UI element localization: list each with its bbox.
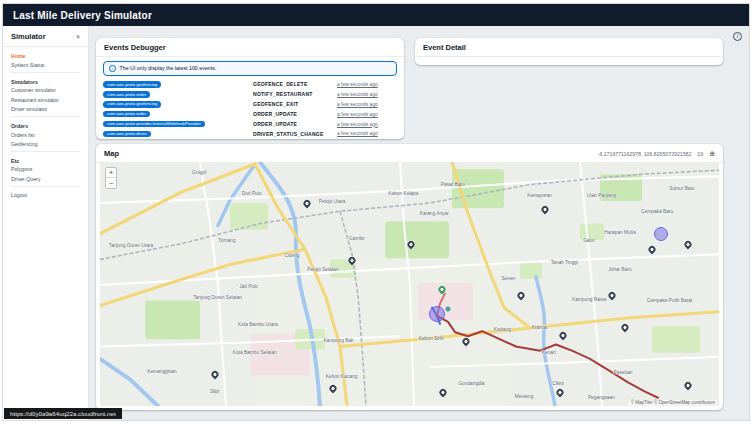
event-time[interactable]: a few seconds ago	[337, 92, 397, 97]
event-type: ORDER_UPDATE	[253, 121, 337, 127]
status-url: https://d0y0a9a64uq22a.cloudfront.net	[4, 408, 122, 419]
info-icon: i	[109, 65, 116, 72]
sidebar-item-driver-query[interactable]: Driver Query	[3, 174, 88, 183]
map-label: Pegangsaan	[588, 395, 615, 400]
event-topic-badge: com.aws.proto.order	[103, 91, 150, 98]
sidebar-section-simulators: Simulators	[3, 76, 88, 86]
map-circle[interactable]	[429, 306, 445, 322]
event-topic-badge: com.aws.proto.order	[103, 111, 150, 118]
event-detail-panel: Event Detail	[415, 38, 723, 65]
map-zoom-control: + −	[105, 167, 117, 189]
zoom-in-button[interactable]: +	[106, 168, 116, 178]
sidebar-title: Simulator	[11, 32, 46, 41]
page-info-icon[interactable]: i	[733, 32, 742, 41]
sidebar-nav: HomeSystem StatusSimulatorsCustomer simu…	[3, 47, 88, 203]
event-time[interactable]: a few seconds ago	[337, 112, 397, 117]
map-label: Cempaka Baru	[641, 208, 673, 213]
map-label: Kebon Kelapa	[388, 190, 418, 195]
sidebar-item-polygons[interactable]: Polygons	[3, 165, 88, 174]
event-row: com.aws.proto.provider.InternalWebhookPr…	[103, 119, 397, 129]
map-label: Tanjung Duren Utara	[109, 242, 153, 247]
event-time[interactable]: a few seconds ago	[337, 131, 397, 136]
map-coordinates-group: -6.1716771162978, 106.8265072921582 19 ⊕	[598, 150, 715, 157]
event-type: ORDER_UPDATE	[253, 111, 337, 117]
sidebar-item-home[interactable]: Home	[3, 51, 88, 60]
map-label: Petojo Selatan	[307, 267, 338, 272]
event-time[interactable]: a few seconds ago	[337, 102, 397, 107]
app-window: Last Mile Delivery Simulator i Simulator…	[3, 4, 749, 420]
map-label: Tanjung Duren Selatan	[193, 295, 242, 300]
map-attribution: © MapTiler © OpenStreetMap contributors	[629, 400, 717, 405]
sidebar-header: Simulator ×	[3, 26, 88, 47]
event-type: GEOFENCE_EXIT	[253, 101, 337, 107]
sidebar-item-restaurant-simulator[interactable]: Restaurant simulator	[3, 95, 88, 104]
event-topic-badge: com.aws.proto.provider.InternalWebhookPr…	[103, 121, 205, 128]
map-label: Kampung Bali	[323, 338, 353, 343]
event-type: NOTIFY_RESTAURANT	[253, 91, 337, 97]
events-list: com.aws.proto.geofencingGEOFENCE_DELETEa…	[103, 80, 397, 139]
events-debugger-content: i The UI only display the latest 100 eve…	[96, 57, 404, 139]
map-canvas[interactable]: + − © MapTiler © OpenStreetMap contribut…	[100, 162, 719, 406]
map-label: Galur	[583, 238, 595, 243]
locate-icon[interactable]: ⊕	[709, 150, 715, 157]
map-label: Kwitang	[494, 327, 511, 332]
event-topic-badge: com.aws.proto.geofencing	[103, 81, 161, 88]
map-label: Cikini	[552, 380, 564, 385]
map-label: Kebon Sirih	[419, 335, 444, 340]
event-detail-header: Event Detail	[415, 38, 723, 57]
map-label: Karang Anyar	[420, 211, 449, 216]
map-label: Pasar Baru	[441, 181, 465, 186]
sidebar-close-icon[interactable]: ×	[76, 34, 80, 40]
map-title: Map	[104, 149, 119, 158]
map-coordinates: -6.1716771162978, 106.8265072921582	[598, 151, 692, 157]
info-banner: i The UI only display the latest 100 eve…	[103, 61, 397, 76]
map-label: Jati Pulo	[239, 284, 257, 289]
sidebar-section-etc: Etc	[3, 155, 88, 165]
map-circle[interactable]	[654, 227, 668, 241]
map-label: Cideng	[284, 252, 299, 257]
app-header: Last Mile Delivery Simulator	[3, 4, 749, 26]
sidebar-item-driver-simulator[interactable]: Driver simulator	[3, 104, 88, 113]
event-time[interactable]: a few seconds ago	[337, 122, 397, 127]
map-header: Map -6.1716771162978, 106.8265072921582 …	[96, 144, 723, 163]
info-banner-text: The UI only display the latest 100 event…	[120, 65, 217, 71]
map-label: Kenari	[542, 350, 556, 355]
sidebar-item-system-status[interactable]: System Status	[3, 60, 88, 69]
map-label: Harapan Mulia	[604, 229, 635, 234]
sidebar-item-orders-list[interactable]: Orders list	[3, 130, 88, 139]
events-debugger-header: Events Debugger	[96, 38, 404, 57]
zoom-out-button[interactable]: −	[106, 178, 116, 188]
sidebar-item-geofencing[interactable]: Geofencing	[3, 139, 88, 148]
map-label: Kota Bambu Selatan	[233, 350, 277, 355]
nav-divider	[11, 72, 80, 73]
event-row: com.aws.proto.orderNOTIFY_RESTAURANTa fe…	[103, 89, 397, 99]
event-type: GEOFENCE_DELETE	[253, 81, 337, 87]
map-label: Kampung Rawa	[572, 296, 606, 301]
map-zoom-level: 19	[697, 151, 703, 157]
sidebar-section-orders: Orders	[3, 120, 88, 130]
map-label: Johar Baru	[608, 267, 631, 272]
sidebar: Simulator × HomeSystem StatusSimulatorsC…	[3, 26, 89, 420]
app-title: Last Mile Delivery Simulator	[13, 10, 152, 21]
event-topic-badge: com.aws.proto.geofencing	[103, 101, 161, 108]
map-label: Menteng	[515, 394, 534, 399]
map-label: Gondangdia	[458, 380, 484, 385]
map-label: Utan Panjang	[587, 192, 616, 197]
nav-divider	[11, 116, 80, 117]
event-row: com.aws.proto.driverDRIVER_STATUS_CHANGE…	[103, 129, 397, 139]
map-label: Grogol	[192, 169, 206, 174]
map-label: Duri Pulo	[242, 190, 262, 195]
map-label: Slipi	[210, 389, 219, 394]
map-label: Cempaka Putih Barat	[647, 297, 693, 302]
sidebar-item-logout[interactable]: Logout	[3, 190, 88, 199]
sidebar-item-customer-simulator[interactable]: Customer simulator	[3, 86, 88, 95]
map-label: Tomang	[218, 238, 235, 243]
map-circle[interactable]	[445, 306, 450, 311]
event-type: DRIVER_STATUS_CHANGE	[253, 131, 337, 137]
event-row: com.aws.proto.orderORDER_UPDATEa few sec…	[103, 109, 397, 119]
event-time[interactable]: a few seconds ago	[337, 82, 397, 87]
map-panel: Map -6.1716771162978, 106.8265072921582 …	[96, 144, 723, 410]
event-row: com.aws.proto.geofencingGEOFENCE_EXITa f…	[103, 99, 397, 109]
event-row: com.aws.proto.geofencingGEOFENCE_DELETEa…	[103, 80, 397, 90]
map-label: Petojo Utara	[319, 199, 346, 204]
